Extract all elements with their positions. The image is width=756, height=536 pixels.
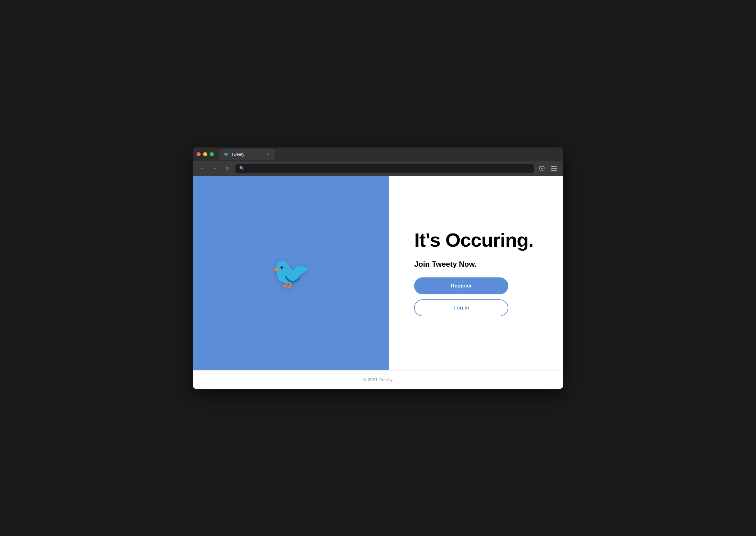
tab-bar: 🐦 Tweety × + (219, 149, 560, 160)
footer: © 2021 Tweety (193, 370, 563, 389)
close-window-button[interactable] (196, 152, 201, 156)
tab-close-button[interactable]: × (265, 152, 270, 157)
search-icon: 🔍 (239, 166, 244, 171)
login-button[interactable]: Log in (414, 299, 508, 316)
register-button[interactable]: Register (414, 278, 508, 294)
tab-favicon-icon: 🐦 (224, 152, 229, 156)
maximize-window-button[interactable] (210, 152, 214, 156)
menu-button[interactable] (549, 164, 558, 173)
forward-button[interactable]: → (210, 164, 219, 173)
new-tab-button[interactable]: + (275, 151, 285, 160)
active-tab[interactable]: 🐦 Tweety × (219, 149, 275, 160)
browser-window: 🐦 Tweety × + ← → ↻ 🔍 (193, 148, 563, 389)
refresh-button[interactable]: ↻ (223, 164, 232, 173)
nav-right-controls (537, 164, 558, 173)
traffic-lights (196, 152, 214, 156)
back-button[interactable]: ← (198, 164, 207, 173)
main-content: 🐦 It's Occuring. Join Tweety Now. Regist… (193, 176, 563, 370)
page-content: 🐦 It's Occuring. Join Tweety Now. Regist… (193, 176, 563, 389)
bird-mascot: 🐦 (271, 257, 311, 289)
hero-title: It's Occuring. (414, 229, 538, 251)
title-bar: 🐦 Tweety × + (193, 148, 563, 161)
minimize-window-button[interactable] (203, 152, 207, 156)
nav-bar: ← → ↻ 🔍 (193, 161, 563, 176)
right-panel: It's Occuring. Join Tweety Now. Register… (389, 176, 563, 370)
address-bar[interactable]: 🔍 (235, 164, 534, 173)
tab-title: Tweety (231, 152, 244, 156)
left-panel: 🐦 (193, 176, 389, 370)
pocket-button[interactable] (537, 164, 546, 173)
footer-text: © 2021 Tweety (363, 377, 393, 382)
join-text: Join Tweety Now. (414, 260, 538, 269)
